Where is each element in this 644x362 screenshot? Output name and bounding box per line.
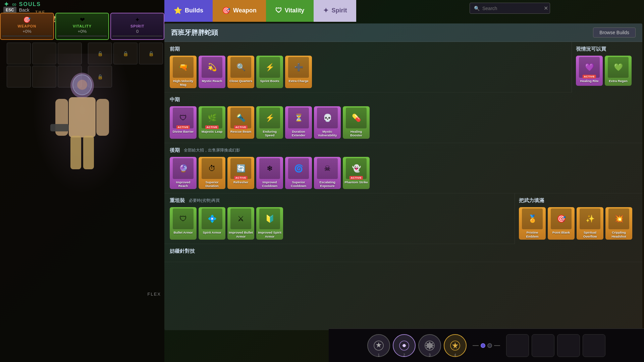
- stat-vitality[interactable]: ❤ VITALITY +0%: [55, 13, 109, 40]
- item-extra-regen[interactable]: 💚 Extra Regen: [605, 56, 632, 86]
- item-enduring-speed[interactable]: ⚡ Enduring Speed: [256, 106, 283, 139]
- item-majestic-leap[interactable]: 🌿 ACTIVE Majestic Leap: [199, 106, 225, 139]
- item-label: Improved Bullet Armor: [229, 231, 253, 238]
- item-label: Spirit Armor: [203, 231, 221, 234]
- stat-weapon[interactable]: 🎯 WEAPON +0%: [0, 13, 54, 40]
- item-improved-cooldown[interactable]: ❄ Improved Cooldown: [256, 157, 283, 189]
- build-header: 西班牙胖胖蛇頭 Browse Builds: [164, 23, 642, 42]
- skill-3-icon: [424, 340, 436, 352]
- skill-slot-3[interactable]: 3: [418, 334, 441, 357]
- weapon-icon: 🎯: [2, 16, 52, 23]
- skill-slot-4[interactable]: 4: [444, 334, 467, 357]
- item-close-quarters[interactable]: 🔍 Close Quarters: [227, 56, 254, 88]
- item-icon: ❄: [259, 158, 280, 179]
- item-divine-barrier[interactable]: 🛡 ACTIVE Divine Barrier: [170, 106, 197, 139]
- tab-spirit[interactable]: ✦ Spirit: [314, 0, 356, 22]
- flex-fill-header: 把武力填滿: [519, 197, 638, 204]
- item-phantom-strike[interactable]: 👻 ACTIVE Phantom Strike: [343, 157, 370, 189]
- empty-slot-3[interactable]: [557, 334, 580, 357]
- tab-vitality[interactable]: 🛡 Vitality: [266, 0, 314, 22]
- item-healing-rite[interactable]: 💜 ACTIVE Healing Rite: [576, 56, 603, 86]
- item-icon: ✨: [580, 208, 600, 229]
- item-icon: ➕: [288, 57, 309, 78]
- item-healing-booster[interactable]: 💊 Healing Booster: [343, 106, 370, 139]
- item-superior-cooldown[interactable]: 🌀 Superior Cooldown: [285, 157, 312, 189]
- character-svg: [49, 65, 116, 183]
- item-improved-reach[interactable]: 🔮 Improved Reach: [170, 157, 197, 189]
- item-improved-bullet-armor[interactable]: ⚔ Improved Bullet Armor: [227, 207, 254, 240]
- item-label: Duration Extender: [286, 130, 311, 137]
- item-superior-duration[interactable]: ⏱ Superior Duration: [199, 157, 225, 189]
- item-improved-spirit-armor[interactable]: 🔰 Improved Spirit Armor: [256, 207, 283, 240]
- item-duration-extender[interactable]: ⏳ Duration Extender: [285, 106, 312, 139]
- item-rescue-beam[interactable]: 🔦 ACTIVE Rescue Beam: [227, 106, 254, 139]
- item-spirit-armor[interactable]: 💠 Spirit Armor: [199, 207, 225, 240]
- skill-slot-1[interactable]: 1: [367, 334, 390, 357]
- skill-1-icon: [373, 340, 385, 352]
- tank-section: 重坦裝 必要時(劣勢)再買 🛡 Bullet Armor 💠 Spirit Ar…: [164, 193, 515, 244]
- item-label: Healing Rite: [580, 79, 599, 83]
- item-icon: 🔰: [259, 208, 280, 229]
- item-icon: 🔍: [230, 57, 251, 78]
- empty-slot-2[interactable]: [532, 334, 554, 357]
- item-label: Sprint Boots: [260, 79, 279, 83]
- item-label: Improved Reach: [171, 180, 195, 188]
- item-label: Point Blank: [552, 231, 570, 234]
- skill-slot-2[interactable]: 2: [393, 334, 416, 357]
- content-area[interactable]: 西班牙胖胖蛇頭 Browse Builds 前期 🔫 High-Velocity…: [164, 23, 642, 330]
- item-mystic-vulnerability[interactable]: 💀 Mystic Vulnerability: [314, 106, 341, 139]
- item-icon: 💚: [608, 57, 629, 78]
- item-point-blank[interactable]: 🎯 Point Blank: [548, 207, 575, 240]
- item-pristine-emblem[interactable]: 🏅 Pristine Emblem: [519, 207, 546, 240]
- item-label: Superior Cooldown: [286, 180, 311, 188]
- browse-builds-button[interactable]: Browse Builds: [593, 27, 636, 38]
- skill-2-icon: [398, 340, 410, 352]
- empty-slot-4[interactable]: [583, 334, 605, 357]
- left-panel: ESC Back THE Curiosity SHOP: [0, 0, 164, 362]
- item-icon: 🌀: [288, 158, 309, 179]
- mid-section: 中期 🛡 ACTIVE Divine Barrier 🌿 ACTIVE Maje…: [164, 93, 642, 143]
- item-label: Rescue Beam: [230, 130, 251, 133]
- item-spiritual-overflow[interactable]: ✨ Spiritual Overflow: [577, 207, 603, 240]
- esc-button[interactable]: ESC: [3, 7, 16, 13]
- item-bullet-armor[interactable]: 🛡 Bullet Armor: [170, 207, 197, 240]
- stat-spirit[interactable]: ✦ SPIRIT 0: [110, 13, 164, 40]
- item-label: Phantom Strike: [344, 180, 368, 184]
- item-label: Spiritual Overflow: [578, 231, 602, 238]
- item-label: Improved Cooldown: [258, 180, 282, 188]
- tab-weapon[interactable]: 🎯 Weapon: [213, 0, 266, 22]
- skill-number-3: 3: [429, 353, 431, 357]
- item-refresher[interactable]: 🔄 ACTIVE Refresher: [227, 157, 254, 189]
- active-badge: ACTIVE: [234, 125, 248, 129]
- item-extra-charge[interactable]: ➕ Extra Charge: [285, 56, 312, 88]
- search-area[interactable]: 🔍 ✕: [470, 3, 550, 14]
- item-crippling-headshot[interactable]: 💥 Crippling Headshot: [605, 207, 632, 240]
- tab-builds[interactable]: ⭐ Builds: [164, 0, 213, 22]
- item-label: High-Velocity Mag: [171, 79, 195, 87]
- main-panel: ⭐ Builds 🎯 Weapon 🛡 Vitality ✦ Spirit 🔍 …: [164, 0, 644, 362]
- late-items: 🔮 Improved Reach ⏱ Superior Duration 🔄 A…: [170, 157, 637, 189]
- flex-fill-section: 把武力填滿 🏅 Pristine Emblem 🎯 Point Blank ✨ …: [515, 193, 642, 244]
- search-close-icon[interactable]: ✕: [544, 5, 548, 11]
- item-icon: 🔫: [173, 57, 194, 78]
- tank-label: 重坦裝: [170, 197, 185, 204]
- active-badge: ACTIVE: [234, 176, 248, 180]
- item-label: Divine Barrier: [173, 130, 194, 133]
- tank-items: 🛡 Bullet Armor 💠 Spirit Armor ⚔ Improved…: [170, 207, 509, 240]
- item-label: Pristine Emblem: [520, 231, 544, 238]
- item-escalating-exposure[interactable]: ☠ Escalating Exposure: [314, 157, 341, 189]
- item-icon: 💥: [608, 208, 629, 229]
- empty-slot-1[interactable]: [506, 334, 529, 357]
- search-input[interactable]: [482, 6, 541, 11]
- item-high-velocity-mag[interactable]: 🔫 High-Velocity Mag: [170, 56, 197, 88]
- item-label: Healing Booster: [344, 130, 368, 137]
- item-mystic-reach[interactable]: 💫 Mystic Reach: [199, 56, 225, 88]
- spirit-tab-icon: ✦: [323, 6, 329, 14]
- svg-rect-7: [83, 136, 94, 169]
- vitality-tab-icon: 🛡: [275, 7, 282, 14]
- item-sprint-boots[interactable]: ⚡ Sprint Boots: [256, 56, 283, 88]
- spirit-name: SPIRIT: [112, 24, 162, 28]
- item-icon: ⚡: [259, 57, 280, 78]
- active-badge: ACTIVE: [205, 125, 219, 129]
- svg-point-8: [77, 80, 87, 90]
